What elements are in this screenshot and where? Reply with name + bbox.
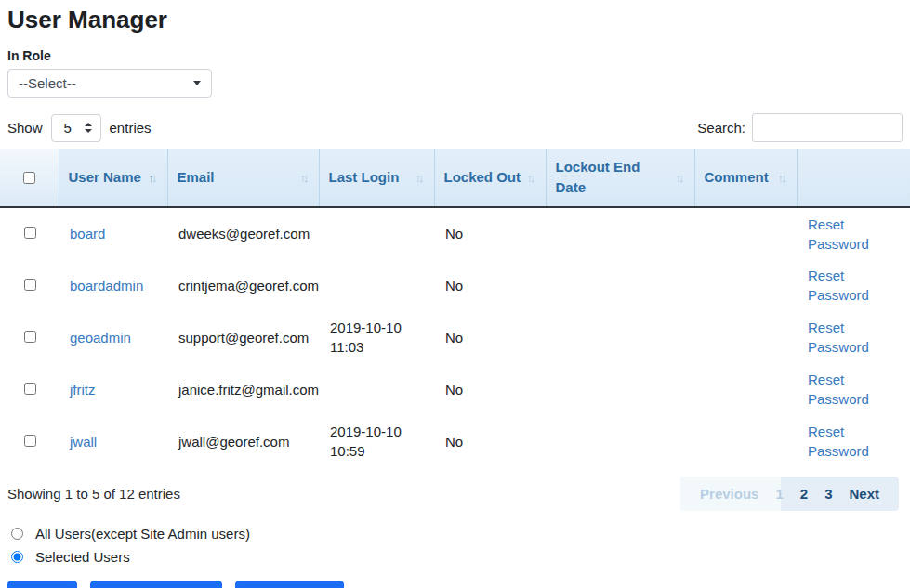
sort-desc-arrow: ↓ xyxy=(679,171,682,185)
lockout-end-date-cell xyxy=(546,207,694,259)
row-select-cell xyxy=(0,207,59,259)
user-link[interactable]: boardadmin xyxy=(70,278,143,294)
locked-out-cell: No xyxy=(434,207,546,259)
user-name-cell: jfritz xyxy=(59,363,167,415)
lockout-end-date-cell xyxy=(546,415,694,467)
row-checkbox[interactable] xyxy=(24,227,36,239)
entries-label: entries xyxy=(110,120,152,136)
column-header-select-all xyxy=(0,149,59,207)
last-login-cell: 2019-10-10 10:59 xyxy=(319,415,434,467)
radio-button[interactable] xyxy=(11,551,23,563)
page-button-1: 1 xyxy=(767,486,791,502)
column-label: Email xyxy=(178,167,215,188)
reset-password-link[interactable]: Reset Password xyxy=(808,424,869,459)
email-cell: support@georef.com xyxy=(167,311,319,363)
table-row: geoadminsupport@georef.com2019-10-10 11:… xyxy=(0,311,910,363)
column-label: Locked Out xyxy=(444,167,521,188)
reset-password-link[interactable]: Reset Password xyxy=(808,216,869,252)
radio-button[interactable] xyxy=(11,528,23,540)
table-toolbar: Show 5 entries Search: xyxy=(7,113,903,142)
sort-desc-arrow: ↓ xyxy=(303,171,307,185)
row-select-cell xyxy=(0,363,59,415)
role-select[interactable]: --Select-- xyxy=(7,69,212,98)
comment-cell xyxy=(694,415,797,467)
locked-out-cell: No xyxy=(434,311,546,363)
sort-icon: ↑↓ xyxy=(778,171,787,185)
search-label: Search: xyxy=(697,120,745,136)
spinner-arrows-icon xyxy=(85,123,92,133)
user-scope-options: All Users(except Site Admin users)Select… xyxy=(0,523,910,567)
reset-password-link[interactable]: Reset Password xyxy=(808,268,869,303)
user-link[interactable]: jfritz xyxy=(70,382,96,398)
add-a-new-user-button[interactable]: Add a New User xyxy=(90,581,221,588)
table-footer: Showing 1 to 5 of 12 entries Previous123… xyxy=(0,477,910,511)
column-header-comment[interactable]: Comment↑↓ xyxy=(694,149,797,207)
table-row: boarddweeks@georef.comNoReset Password xyxy=(0,207,910,259)
table-header-row: User Name↑↓Email↑↓Last Login↑↓Locked Out… xyxy=(0,149,910,207)
user-link[interactable]: board xyxy=(70,226,105,242)
column-header-last-login[interactable]: Last Login↑↓ xyxy=(319,149,434,207)
table-row: jfritzjanice.fritz@gmail.comNoReset Pass… xyxy=(0,363,910,415)
column-label: Last Login xyxy=(329,167,400,188)
import-users-button[interactable]: Import Users xyxy=(235,581,345,588)
user-name-cell: boardadmin xyxy=(59,259,167,311)
row-checkbox[interactable] xyxy=(24,435,36,447)
page-button-3[interactable]: 3 xyxy=(816,486,840,502)
user-manager-page: User Manager In Role --Select-- Show 5 e… xyxy=(0,6,910,588)
sort-icon: ↑↓ xyxy=(527,171,536,185)
comment-cell xyxy=(694,363,797,415)
radio-label: Selected Users xyxy=(35,549,130,565)
sort-desc-arrow: ↓ xyxy=(530,171,534,185)
sort-icon: ↑↓ xyxy=(415,171,425,185)
lockout-end-date-cell xyxy=(546,363,694,415)
table-info: Showing 1 to 5 of 12 entries xyxy=(7,486,180,502)
table-row: jwalljwall@georef.com2019-10-10 10:59NoR… xyxy=(0,415,910,467)
lockout-end-date-cell xyxy=(546,311,694,363)
reset-password-link[interactable]: Reset Password xyxy=(808,372,869,407)
sort-icon: ↑↓ xyxy=(300,171,310,185)
action-cell: Reset Password xyxy=(797,363,910,415)
last-login-cell xyxy=(319,363,434,415)
page-button-next[interactable]: Next xyxy=(840,486,888,502)
column-label: User Name xyxy=(69,167,141,188)
column-header-empty xyxy=(797,149,910,207)
sort-icon: ↑↓ xyxy=(676,171,685,185)
action-cell: Reset Password xyxy=(797,207,910,259)
user-link[interactable]: geoadmin xyxy=(70,330,131,346)
user-name-cell: geoadmin xyxy=(59,311,167,363)
user-scope-option[interactable]: Selected Users xyxy=(7,546,903,567)
user-name-cell: board xyxy=(59,207,167,259)
column-label: Comment xyxy=(705,167,769,188)
user-name-cell: jwall xyxy=(59,415,167,467)
column-header-user-name[interactable]: User Name↑↓ xyxy=(59,149,167,207)
reset-password-link[interactable]: Reset Password xyxy=(808,320,869,355)
sort-desc-arrow: ↓ xyxy=(152,171,155,185)
table-row: boardadmincrintjema@georef.comNoReset Pa… xyxy=(0,259,910,311)
column-header-email[interactable]: Email↑↓ xyxy=(167,149,319,207)
pagination: Previous123Next xyxy=(680,477,899,511)
column-label: Lockout End Date xyxy=(556,157,672,198)
column-header-locked-out[interactable]: Locked Out↑↓ xyxy=(434,149,546,207)
select-all-checkbox[interactable] xyxy=(23,172,35,184)
page-button-2[interactable]: 2 xyxy=(792,486,816,502)
row-checkbox[interactable] xyxy=(24,383,36,395)
column-header-lockout-end-date[interactable]: Lockout End Date↑↓ xyxy=(546,149,694,207)
email-cell: jwall@georef.com xyxy=(167,415,319,467)
locked-out-cell: No xyxy=(434,259,546,311)
action-cell: Reset Password xyxy=(797,415,910,467)
user-scope-option[interactable]: All Users(except Site Admin users) xyxy=(7,523,903,543)
delete-button[interactable]: Delete xyxy=(7,581,77,588)
show-label: Show xyxy=(7,120,43,136)
locked-out-cell: No xyxy=(434,415,546,467)
action-cell: Reset Password xyxy=(797,259,910,311)
entries-select[interactable]: 5 xyxy=(51,114,101,142)
in-role-label: In Role xyxy=(7,48,903,63)
action-cell: Reset Password xyxy=(797,311,910,363)
action-buttons: DeleteAdd a New UserImport Users xyxy=(0,581,910,588)
row-checkbox[interactable] xyxy=(24,279,36,291)
search-input[interactable] xyxy=(752,113,903,142)
comment-cell xyxy=(694,259,797,311)
sort-desc-arrow: ↓ xyxy=(418,171,422,185)
row-checkbox[interactable] xyxy=(24,331,36,343)
user-link[interactable]: jwall xyxy=(70,434,97,450)
